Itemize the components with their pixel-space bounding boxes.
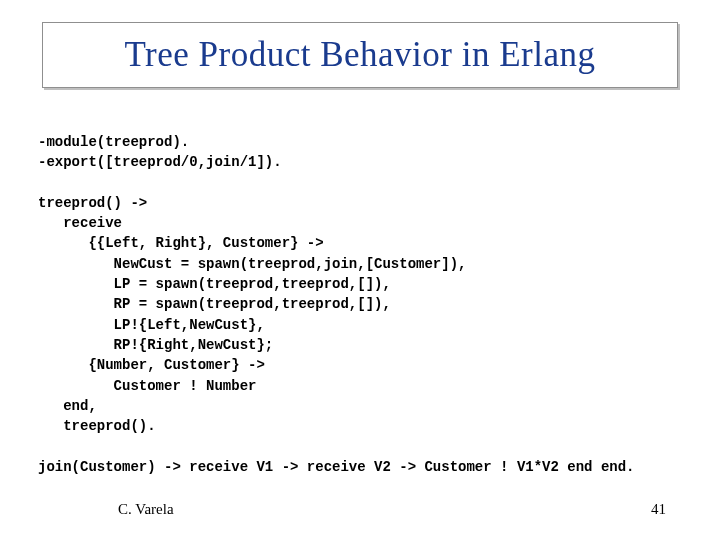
code-line: LP!{Left,NewCust}, (38, 317, 265, 333)
code-line: -module(treeprod). (38, 134, 189, 150)
code-line: LP = spawn(treeprod,treeprod,[]), (38, 276, 391, 292)
code-line: treeprod() -> (38, 195, 147, 211)
code-line: Customer ! Number (38, 378, 256, 394)
title-box: Tree Product Behavior in Erlang (42, 22, 678, 88)
code-line: join(Customer) -> receive V1 -> receive … (38, 459, 635, 475)
code-line: NewCust = spawn(treeprod,join,[Customer]… (38, 256, 466, 272)
code-line: end, (38, 398, 97, 414)
slide: Tree Product Behavior in Erlang -module(… (0, 0, 720, 540)
code-line: treeprod(). (38, 418, 156, 434)
code-line: {{Left, Right}, Customer} -> (38, 235, 324, 251)
code-line: -export([treeprod/0,join/1]). (38, 154, 282, 170)
footer-author: C. Varela (118, 501, 174, 518)
code-line: {Number, Customer} -> (38, 357, 265, 373)
code-line: RP = spawn(treeprod,treeprod,[]), (38, 296, 391, 312)
code-block: -module(treeprod). -export([treeprod/0,j… (38, 132, 698, 477)
code-line: receive (38, 215, 122, 231)
footer-page-number: 41 (651, 501, 666, 518)
code-line: RP!{Right,NewCust}; (38, 337, 273, 353)
slide-title: Tree Product Behavior in Erlang (124, 35, 595, 75)
